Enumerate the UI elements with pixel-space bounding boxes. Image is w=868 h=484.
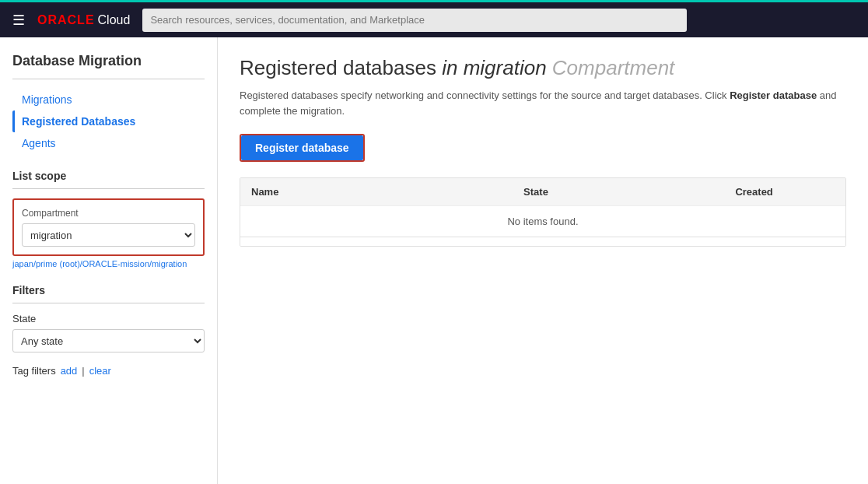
oracle-logo: ORACLE: [37, 13, 95, 27]
description-text: Registered databases specify networking …: [240, 89, 727, 101]
state-filter-label: State: [12, 313, 205, 324]
heading-migration: migration: [464, 56, 547, 79]
table-header: Name State Created: [240, 178, 845, 206]
tag-filters-label: Tag filters: [12, 365, 56, 377]
layout: Database Migration Migrations Registered…: [0, 37, 868, 484]
sidebar-title: Database Migration: [12, 53, 205, 69]
hamburger-menu-icon[interactable]: ☰: [12, 12, 25, 29]
page-description: Registered databases specify networking …: [240, 88, 846, 118]
registered-databases-table: Name State Created No items found.: [240, 178, 845, 237]
col-name: Name: [240, 178, 513, 206]
description-bold: Register database: [730, 89, 817, 101]
col-state: State: [513, 178, 724, 206]
search-input[interactable]: [142, 9, 687, 32]
heading-in: in: [442, 56, 457, 79]
list-scope-title: List scope: [12, 170, 205, 182]
tag-filters-add-link[interactable]: add: [61, 365, 78, 377]
compartment-box: Compartment migration: [12, 198, 205, 256]
compartment-label: Compartment: [22, 208, 195, 219]
search-box: [142, 9, 687, 32]
sidebar: Database Migration Migrations Registered…: [0, 37, 218, 484]
navbar: ☰ ORACLE Cloud: [0, 0, 868, 37]
register-database-button[interactable]: Register database: [241, 135, 363, 160]
table-footer: [240, 237, 845, 246]
cloud-label: Cloud: [98, 13, 131, 27]
sidebar-item-migrations[interactable]: Migrations: [12, 89, 205, 110]
tag-filters-clear-link[interactable]: clear: [89, 365, 111, 377]
register-button-box: Register database: [240, 134, 365, 162]
state-filter-select[interactable]: Any state Active Creating Deleting Delet…: [12, 329, 205, 352]
tag-pipe-divider: |: [82, 365, 84, 377]
tag-filters-row: Tag filters add | clear: [12, 365, 205, 377]
col-created: Created: [724, 178, 845, 206]
table-container: Name State Created No items found.: [240, 177, 846, 247]
sidebar-item-registered-databases[interactable]: Registered Databases: [12, 110, 205, 132]
sidebar-divider: [12, 79, 205, 79]
table-row-empty: No items found.: [240, 206, 845, 237]
brand: ORACLE Cloud: [37, 13, 130, 27]
heading-compartment: Compartment: [552, 56, 675, 79]
page-heading: Registered databases in migration Compar…: [240, 56, 846, 80]
table-body: No items found.: [240, 206, 845, 237]
filters-divider: [12, 303, 205, 303]
list-scope-divider: [12, 188, 205, 189]
filters-title: Filters: [12, 284, 205, 296]
table-header-row: Name State Created: [240, 178, 845, 206]
heading-registered: Registered databases: [240, 56, 436, 79]
main-content: Registered databases in migration Compar…: [218, 37, 868, 484]
compartment-select[interactable]: migration: [22, 223, 195, 247]
no-items-message: No items found.: [240, 206, 845, 237]
sidebar-item-agents[interactable]: Agents: [12, 132, 205, 154]
compartment-path: japan/prime (root)/ORACLE-mission/migrat…: [12, 259, 205, 268]
